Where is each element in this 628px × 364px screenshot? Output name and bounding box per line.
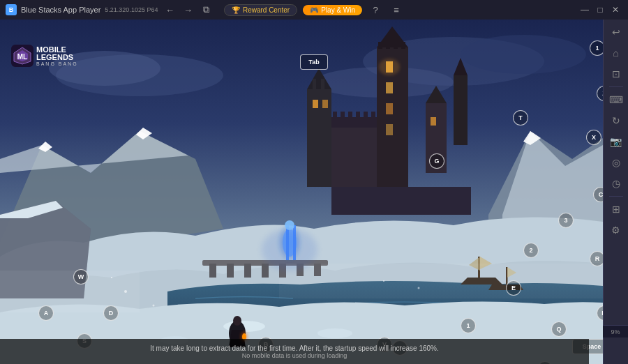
bottom-bar: It may take long to extract data for the… — [0, 339, 589, 364]
svg-point-71 — [317, 328, 352, 338]
percentage-badge: 9% — [603, 325, 628, 338]
sidebar-divider-1 — [609, 86, 623, 87]
ml-logo-icon: ML — [11, 45, 33, 67]
sidebar-screenshot-icon[interactable]: 📷 — [606, 132, 626, 151]
title-bar: B Blue Stacks App Player 5.21.320.1025 P… — [0, 0, 628, 20]
no-mobile-data-text: No mobile data is used during loading — [242, 352, 347, 359]
close-button[interactable]: ✕ — [608, 3, 622, 17]
svg-rect-40 — [348, 112, 352, 119]
loading-text: It may take long to extract data for the… — [150, 344, 439, 352]
sidebar-settings-icon[interactable]: ⚙ — [606, 220, 626, 240]
ml-logo-text: MOBILELEGENDS Bang Bang — [36, 46, 78, 66]
sidebar-multi-icon[interactable]: ⊞ — [606, 199, 626, 219]
svg-rect-18 — [227, 264, 234, 278]
svg-point-55 — [379, 59, 400, 75]
svg-rect-82 — [0, 271, 140, 312]
ml-title-text: MOBILELEGENDS — [36, 46, 78, 61]
svg-rect-47 — [378, 42, 382, 49]
help-button[interactable]: ? — [368, 2, 383, 17]
svg-rect-49 — [394, 42, 398, 49]
svg-rect-33 — [321, 79, 324, 89]
svg-rect-19 — [244, 264, 251, 278]
sidebar-time-icon[interactable]: ◷ — [606, 174, 626, 193]
svg-point-73 — [233, 316, 241, 326]
game-view[interactable]: ML MOBILELEGENDS Bang Bang Tab1ZTXGC32RW… — [0, 20, 603, 364]
forward-nav-button[interactable]: → — [180, 2, 195, 17]
reward-center-label: Reward Center — [243, 6, 290, 14]
title-bar-center: 🏆 Reward Center 🎮 Play & Win ? ≡ — [224, 2, 404, 17]
svg-rect-41 — [356, 112, 360, 119]
menu-button[interactable]: ≡ — [389, 2, 404, 17]
app-logo-char: B — [9, 6, 14, 13]
maximize-button[interactable]: □ — [593, 3, 607, 17]
svg-rect-54 — [386, 124, 393, 135]
game-scene — [0, 20, 603, 364]
play-win-button[interactable]: 🎮 Play & Win — [303, 5, 362, 15]
app-logo: B — [6, 4, 17, 15]
svg-text:ML: ML — [17, 53, 27, 61]
play-win-label: Play & Win — [321, 6, 355, 14]
minimize-button[interactable]: — — [578, 3, 592, 17]
svg-rect-39 — [341, 112, 345, 119]
svg-rect-83 — [279, 264, 603, 298]
svg-point-28 — [285, 220, 294, 230]
svg-rect-56 — [426, 103, 447, 173]
svg-rect-38 — [333, 112, 337, 119]
title-bar-nav: ← → ⧉ — [162, 2, 214, 17]
svg-rect-53 — [386, 103, 393, 114]
svg-rect-20 — [262, 264, 269, 278]
ml-subtitle-text: Bang Bang — [36, 61, 78, 66]
sidebar-divider-2 — [609, 196, 623, 197]
play-win-icon: 🎮 — [310, 6, 318, 14]
svg-rect-43 — [371, 112, 375, 119]
sidebar-back-icon[interactable]: ↩ — [606, 22, 626, 42]
svg-rect-48 — [386, 42, 390, 49]
svg-rect-58 — [431, 117, 436, 126]
svg-rect-61 — [331, 187, 471, 215]
sidebar-recent-icon[interactable]: ⊡ — [606, 64, 626, 84]
svg-point-4 — [461, 35, 586, 74]
svg-point-78 — [153, 305, 155, 307]
reward-icon: 🏆 — [232, 6, 240, 14]
ml-logo: ML MOBILELEGENDS Bang Bang — [11, 45, 78, 67]
svg-rect-59 — [454, 75, 468, 145]
svg-rect-17 — [209, 264, 216, 278]
title-text: Blue Stacks App Player — [21, 6, 100, 14]
right-sidebar: ↩ ⌂ ⊡ ⌨ ↻ 📷 ◎ ◷ ⊞ ⚙ — [603, 20, 628, 364]
title-bar-right: — □ ✕ — [578, 3, 622, 17]
svg-rect-42 — [364, 112, 368, 119]
window-nav-button[interactable]: ⧉ — [198, 2, 214, 17]
svg-rect-32 — [313, 79, 316, 89]
sidebar-location-icon[interactable]: ◎ — [606, 153, 626, 172]
sidebar-home-icon[interactable]: ⌂ — [606, 43, 626, 63]
reward-center-button[interactable]: 🏆 Reward Center — [224, 4, 297, 16]
version-text: 5.21.320.1025 P64 — [105, 6, 158, 13]
back-nav-button[interactable]: ← — [162, 2, 177, 17]
main-area: ML MOBILELEGENDS Bang Bang Tab1ZTXGC32RW… — [0, 20, 628, 364]
sidebar-rotate-icon[interactable]: ↻ — [606, 111, 626, 130]
title-bar-left: B Blue Stacks App Player 5.21.320.1025 P… — [6, 2, 214, 17]
svg-rect-34 — [313, 100, 318, 108]
svg-rect-52 — [386, 82, 393, 93]
sidebar-keyboard-icon[interactable]: ⌨ — [606, 90, 626, 109]
svg-rect-50 — [401, 42, 405, 49]
svg-rect-35 — [322, 100, 328, 108]
